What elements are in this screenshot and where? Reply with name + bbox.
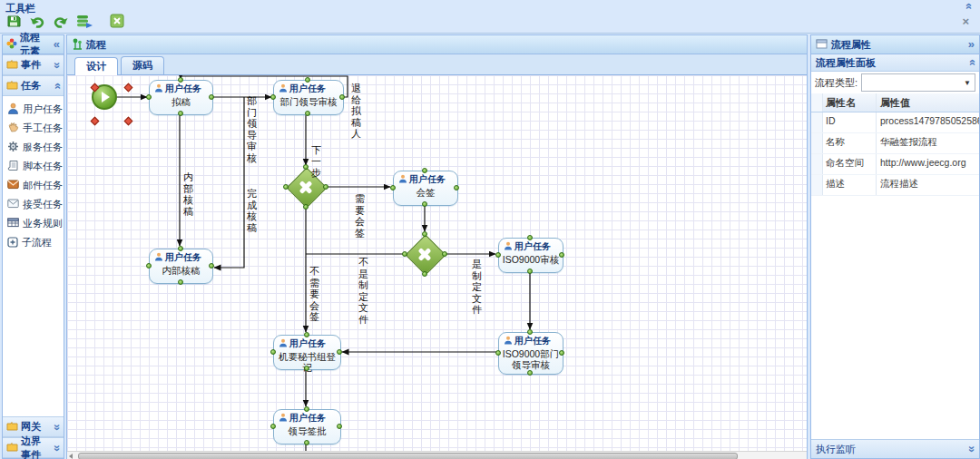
connection-anchor[interactable] (305, 111, 310, 116)
exclusive-gateway-2[interactable] (405, 234, 445, 274)
connection-anchor[interactable] (527, 329, 533, 335)
connection-anchor[interactable] (270, 424, 276, 429)
chevron-down-icon[interactable]: » (52, 62, 61, 68)
chevron-down-icon[interactable]: » (52, 444, 61, 451)
connection-anchor[interactable] (209, 263, 214, 269)
connection-anchor[interactable] (304, 332, 309, 337)
task-type-label: 用户任务 (514, 240, 551, 253)
start-event[interactable] (92, 84, 117, 110)
connection-anchor[interactable] (402, 251, 407, 257)
connection-anchor[interactable] (337, 424, 342, 429)
connection-anchor[interactable] (495, 350, 501, 356)
connection-anchor[interactable] (146, 263, 152, 269)
chevron-down-icon[interactable]: » (52, 424, 61, 430)
section-label: 事件 (21, 58, 41, 72)
connection-anchor[interactable] (304, 440, 309, 445)
connection-anchor[interactable] (178, 279, 183, 285)
connection-anchor[interactable] (422, 271, 427, 277)
connection-anchor[interactable] (422, 231, 427, 237)
tab-design[interactable]: 设计 (74, 57, 118, 75)
palette-item-服务任务[interactable]: 服务任务 (3, 138, 64, 157)
task-node-会签[interactable]: 用户任务会签 (393, 171, 458, 206)
connection-anchor[interactable] (527, 235, 533, 240)
connection-anchor[interactable] (495, 252, 501, 258)
connection-anchor[interactable] (442, 251, 447, 257)
connection-anchor[interactable] (559, 350, 564, 356)
property-row-ID[interactable]: IDprocess1479785052586 (811, 112, 979, 133)
connection-anchor[interactable] (339, 94, 345, 100)
horizontal-scrollbar[interactable] (67, 451, 807, 459)
connection-anchor[interactable] (283, 184, 289, 190)
connection-anchor[interactable] (146, 94, 152, 100)
connection-anchor[interactable] (305, 77, 310, 83)
property-value[interactable]: 流程描述 (877, 175, 979, 195)
connection-anchor[interactable] (304, 406, 309, 412)
palette-section-events[interactable]: 事件 » (3, 54, 64, 75)
property-value[interactable]: process1479785052586 (877, 112, 979, 132)
redo-button[interactable] (52, 14, 70, 30)
property-value[interactable]: http://www.jeecg.org (877, 154, 979, 174)
connection-anchor[interactable] (323, 184, 328, 190)
selection-handle[interactable] (124, 117, 133, 126)
connection-anchor[interactable] (178, 111, 183, 116)
palette-item-邮件任务[interactable]: 邮件任务 (3, 176, 64, 195)
connection-anchor[interactable] (270, 94, 276, 100)
connection-anchor[interactable] (422, 201, 427, 207)
toolbar-collapse-icon[interactable]: » (963, 3, 972, 9)
connection-anchor[interactable] (390, 185, 396, 190)
chevron-down-icon: » (966, 445, 975, 452)
save-button[interactable] (5, 14, 23, 30)
chevron-up-icon[interactable]: » (52, 83, 61, 89)
palette-collapse-icon[interactable]: « (54, 40, 60, 49)
connection-anchor[interactable] (209, 94, 214, 100)
connection-anchor[interactable] (270, 349, 276, 355)
save-icon (6, 14, 22, 31)
connection-anchor[interactable] (303, 204, 309, 210)
task-node-部门领导审核[interactable]: 用户任务部门领导审核 (273, 80, 344, 115)
palette-header: 流程元素 « (3, 35, 64, 54)
property-name: 描述 (823, 175, 877, 195)
connection-anchor[interactable] (527, 269, 533, 274)
tab-source[interactable]: 源码 (121, 56, 164, 74)
connection-anchor[interactable] (178, 77, 183, 83)
selection-handle[interactable] (124, 83, 133, 93)
execution-listener-bar[interactable]: 执行监听 » (811, 439, 979, 458)
palette-item-业务规则[interactable]: 业务规则 (3, 214, 64, 233)
connection-anchor[interactable] (559, 252, 564, 258)
scroll-left-arrow-icon[interactable] (69, 454, 73, 459)
palette-item-子流程[interactable]: 子流程 (3, 233, 64, 252)
chevron-up-icon[interactable]: » (966, 59, 975, 65)
connection-anchor[interactable] (422, 168, 427, 173)
task-node-ISO9000部门领导审核[interactable]: 用户任务ISO9000部门领导审核 (498, 332, 564, 375)
palette-task-items: 用户任务手工任务服务任务脚本任务邮件任务接受任务业务规则子流程 (3, 96, 64, 416)
scrollbar-thumb[interactable] (78, 453, 738, 459)
connection-anchor[interactable] (303, 164, 309, 170)
property-row-描述[interactable]: 描述流程描述 (811, 175, 979, 196)
undo-button[interactable] (28, 14, 46, 30)
deploy-button[interactable] (75, 14, 93, 30)
selection-handle[interactable] (91, 117, 100, 126)
property-row-名称[interactable]: 名称华融签报流程 (811, 133, 979, 154)
connection-anchor[interactable] (527, 370, 533, 376)
task-node-ISO9000审核[interactable]: 用户任务ISO9000审核 (498, 238, 564, 273)
process-type-label: 流程类型: (815, 76, 858, 90)
palette-item-接受任务[interactable]: 接受任务 (3, 195, 64, 214)
palette-section-boundary-events[interactable]: 边界事件 » (3, 437, 64, 458)
property-value[interactable]: 华融签报流程 (877, 133, 979, 153)
connection-anchor[interactable] (454, 185, 459, 190)
palette-section-tasks[interactable]: 任务 » (3, 75, 64, 96)
palette-item-用户任务[interactable]: 用户任务 (3, 100, 64, 119)
property-row-命名空间[interactable]: 命名空间http://www.jeecg.org (811, 154, 979, 175)
palette-item-脚本任务[interactable]: 脚本任务 (3, 157, 64, 176)
task-label: 领导签批 (274, 425, 340, 436)
palette-item-手工任务[interactable]: 手工任务 (3, 119, 64, 138)
connection-anchor[interactable] (304, 366, 309, 371)
connection-anchor[interactable] (178, 246, 183, 251)
properties-collapse-icon[interactable]: » (968, 40, 975, 49)
process-type-select[interactable]: ▼ (861, 73, 975, 92)
delete-button[interactable] (108, 14, 126, 30)
properties-filler (811, 196, 979, 439)
connection-anchor[interactable] (337, 349, 342, 355)
toolbar-close-icon[interactable]: × (962, 15, 969, 28)
diagram-canvas[interactable]: 用户任务拟稿用户任务部门领导审核用户任务会签用户任务ISO9000审核用户任务内… (67, 75, 807, 451)
